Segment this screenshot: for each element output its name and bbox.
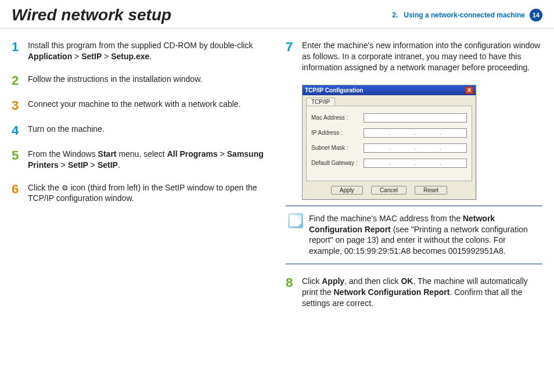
gateway-input[interactable]: ...: [364, 159, 467, 168]
page-number-badge: 14: [530, 9, 542, 21]
step-5: 5 From the Windows Start menu, select Al…: [12, 149, 268, 171]
left-column: 1 Install this program from the supplied…: [12, 40, 268, 321]
step-1: 1 Install this program from the supplied…: [12, 40, 268, 62]
subnet-mask-row: Subnet Mask : ...: [311, 143, 467, 153]
reset-button[interactable]: Reset: [415, 186, 447, 195]
step-body: Click the ⚙ icon (third from left) in th…: [28, 182, 268, 204]
step-body: Turn on the machine.: [28, 124, 268, 137]
close-icon[interactable]: X: [465, 87, 473, 94]
step-number: 5: [12, 149, 28, 171]
step-3: 3 Connect your machine to the network wi…: [12, 99, 268, 112]
step-body: Click Apply, and then click OK. The mach…: [302, 276, 542, 309]
dialog-button-row: Apply Cancel Reset: [303, 185, 476, 199]
ip-address-row: IP Address : ...: [311, 128, 467, 138]
note-text: Find the machine's MAC address from the …: [309, 213, 540, 257]
mac-address-input[interactable]: [364, 113, 467, 123]
subnet-mask-input[interactable]: ...: [364, 143, 467, 153]
step-2: 2 Follow the instructions in the install…: [12, 74, 268, 87]
step-body: From the Windows Start menu, select All …: [28, 149, 268, 171]
subnet-mask-label: Subnet Mask :: [311, 145, 364, 151]
gear-icon: ⚙: [62, 184, 69, 192]
step-number: 8: [286, 276, 302, 309]
step-number: 2: [12, 74, 28, 87]
tcpip-configuration-dialog: TCP/IP Configuration X TCP/IP Mac Addres…: [302, 85, 476, 200]
ip-address-input[interactable]: ...: [364, 128, 467, 138]
dialog-title: TCP/IP Configuration: [305, 87, 363, 93]
note-icon: [288, 213, 303, 228]
gateway-row: Default Gateway : ...: [311, 159, 467, 168]
tab-tcpip[interactable]: TCP/IP: [306, 98, 335, 106]
dialog-titlebar: TCP/IP Configuration X: [303, 85, 476, 95]
step-6: 6 Click the ⚙ icon (third from left) in …: [12, 182, 268, 204]
chapter-label: 2. Using a network-connected machine: [392, 11, 525, 19]
apply-button[interactable]: Apply: [331, 186, 363, 195]
right-column: 7 Enter the machine's new information in…: [286, 40, 542, 321]
chapter-indicator: 2. Using a network-connected machine 14: [392, 9, 542, 21]
step-body: Enter the machine's new information into…: [302, 40, 542, 73]
step-number: 6: [12, 182, 28, 204]
step-body: Connect your machine to the network with…: [28, 99, 268, 112]
note-box: Find the machine's MAC address from the …: [286, 206, 542, 265]
step-number: 4: [12, 124, 28, 137]
page-header: Wired network setup 2. Using a network-c…: [0, 0, 554, 28]
step-body: Follow the instructions in the installat…: [28, 74, 268, 87]
step-7: 7 Enter the machine's new information in…: [286, 40, 542, 73]
step-body: Install this program from the supplied C…: [28, 40, 268, 62]
step-number: 3: [12, 99, 28, 112]
tab-strip: TCP/IP: [303, 95, 476, 106]
step-number: 7: [286, 40, 302, 73]
page-title: Wired network setup: [12, 6, 171, 24]
step-number: 1: [12, 40, 28, 62]
step-8: 8 Click Apply, and then click OK. The ma…: [286, 276, 542, 309]
dialog-body: Mac Address : IP Address : ... Subnet Ma…: [306, 106, 472, 181]
gateway-label: Default Gateway :: [311, 160, 364, 166]
mac-address-label: Mac Address :: [311, 114, 364, 121]
step-4: 4 Turn on the machine.: [12, 124, 268, 137]
body-columns: 1 Install this program from the supplied…: [0, 28, 554, 326]
mac-address-row: Mac Address :: [311, 113, 467, 123]
ip-address-label: IP Address :: [311, 130, 364, 136]
cancel-button[interactable]: Cancel: [371, 186, 406, 195]
